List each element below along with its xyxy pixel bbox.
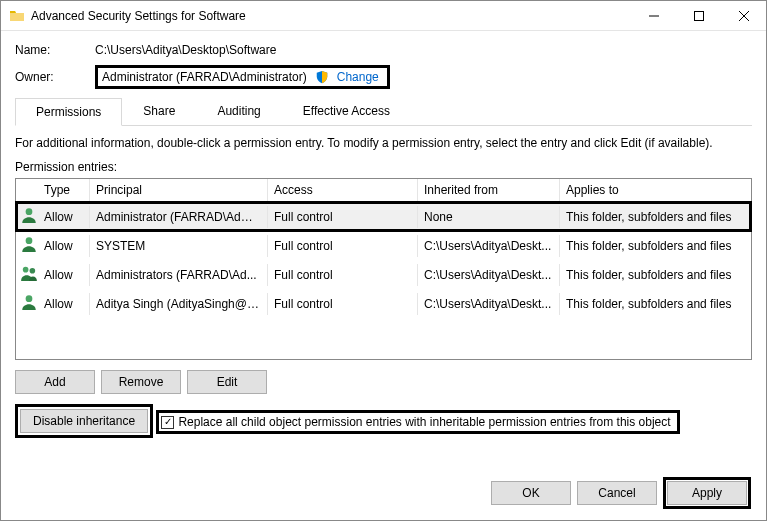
cell-access: Full control [268,264,418,286]
title-bar: Advanced Security Settings for Software [1,1,766,31]
owner-label: Owner: [15,70,95,84]
apply-button[interactable]: Apply [667,481,747,505]
window-controls [631,1,766,30]
entries-label: Permission entries: [15,160,752,174]
dialog-buttons: OK Cancel Apply [491,477,751,509]
cell-inherited: C:\Users\Aditya\Deskt... [418,293,560,315]
user-icon [20,213,38,227]
tab-permissions[interactable]: Permissions [15,98,122,126]
cell-access: Full control [268,293,418,315]
table-row[interactable]: Allow SYSTEM Full control C:\Users\Adity… [16,231,751,260]
cell-principal: SYSTEM [90,235,268,257]
tab-effective-access[interactable]: Effective Access [282,97,411,125]
svg-point-4 [30,268,36,274]
check-icon: ✓ [164,417,172,427]
cell-principal: Administrator (FARRAD\Admi... [90,206,268,228]
folder-icon [9,8,25,24]
owner-row: Owner: Administrator (FARRAD\Administrat… [15,65,752,89]
minimize-button[interactable] [631,1,676,30]
cell-type: Allow [38,206,90,228]
cell-inherited: C:\Users\Aditya\Deskt... [418,235,560,257]
col-inherited[interactable]: Inherited from [418,179,560,201]
svg-point-2 [26,237,33,244]
tab-bar: Permissions Share Auditing Effective Acc… [15,97,752,126]
name-value: C:\Users\Aditya\Desktop\Software [95,43,276,57]
cell-principal: Administrators (FARRAD\Ad... [90,264,268,286]
cell-access: Full control [268,206,418,228]
col-icon [16,179,38,201]
add-button[interactable]: Add [15,370,95,394]
cell-principal: Aditya Singh (AdityaSingh@o... [90,293,268,315]
owner-value: Administrator (FARRAD\Administrator) [102,70,307,84]
col-principal[interactable]: Principal [90,179,268,201]
col-access[interactable]: Access [268,179,418,201]
window-title: Advanced Security Settings for Software [31,9,631,23]
shield-icon [315,70,329,84]
cell-access: Full control [268,235,418,257]
list-header: Type Principal Access Inherited from App… [16,179,751,202]
tab-auditing[interactable]: Auditing [196,97,281,125]
table-row[interactable]: Allow Administrator (FARRAD\Admi... Full… [16,202,751,231]
disable-inheritance-highlight: Disable inheritance [15,404,153,438]
ok-button[interactable]: OK [491,481,571,505]
cell-inherited: None [418,206,560,228]
disable-inheritance-button[interactable]: Disable inheritance [20,409,148,433]
name-label: Name: [15,43,95,57]
maximize-button[interactable] [676,1,721,30]
col-type[interactable]: Type [38,179,90,201]
svg-point-5 [26,295,33,302]
table-row[interactable]: Allow Aditya Singh (AdityaSingh@o... Ful… [16,289,751,318]
name-row: Name: C:\Users\Aditya\Desktop\Software [15,43,752,57]
user-icon [20,300,38,314]
replace-checkbox[interactable]: ✓ [161,416,174,429]
col-applies[interactable]: Applies to [560,179,751,201]
cancel-button[interactable]: Cancel [577,481,657,505]
info-text: For additional information, double-click… [15,136,752,150]
close-button[interactable] [721,1,766,30]
cell-type: Allow [38,293,90,315]
replace-checkbox-label[interactable]: Replace all child object permission entr… [178,415,670,429]
group-icon [20,271,38,285]
cell-applies: This folder, subfolders and files [560,264,751,286]
entry-buttons: Add Remove Edit [15,370,752,394]
table-row[interactable]: Allow Administrators (FARRAD\Ad... Full … [16,260,751,289]
cell-type: Allow [38,264,90,286]
change-owner-link[interactable]: Change [337,70,379,84]
cell-applies: This folder, subfolders and files [560,206,751,228]
dialog-content: Name: C:\Users\Aditya\Desktop\Software O… [1,31,766,448]
svg-rect-0 [694,11,703,20]
owner-box: Administrator (FARRAD\Administrator) Cha… [95,65,390,89]
remove-button[interactable]: Remove [101,370,181,394]
apply-highlight: Apply [663,477,751,509]
cell-applies: This folder, subfolders and files [560,293,751,315]
cell-type: Allow [38,235,90,257]
edit-button[interactable]: Edit [187,370,267,394]
tab-share[interactable]: Share [122,97,196,125]
user-icon [20,242,38,256]
svg-point-3 [23,267,29,273]
svg-point-1 [26,208,33,215]
permissions-list: Type Principal Access Inherited from App… [15,178,752,360]
cell-applies: This folder, subfolders and files [560,235,751,257]
replace-checkbox-highlight: ✓ Replace all child object permission en… [156,410,679,434]
cell-inherited: C:\Users\Aditya\Deskt... [418,264,560,286]
